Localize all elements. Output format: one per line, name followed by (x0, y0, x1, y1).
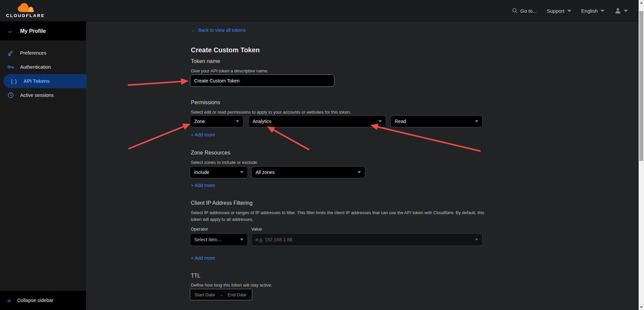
scrollbar-thumb[interactable] (639, 11, 643, 161)
collapse-label: Collapse sidebar (17, 298, 53, 303)
sidebar: ← My Profile Preferences Authenti (0, 21, 87, 310)
sidebar-title: My Profile (20, 28, 46, 34)
collapse-chevrons-icon: « (7, 297, 11, 304)
sidebar-item-preferences[interactable]: Preferences (0, 46, 86, 60)
cloudflare-logo[interactable]: CLOUDFLARE (5, 2, 46, 19)
zone-target-select[interactable]: All zones (251, 166, 365, 178)
chevron-down-icon (567, 10, 571, 12)
annotation-arrow-token-name (128, 81, 182, 85)
pencil-icon (7, 50, 15, 56)
client-ip-description: Select IP addresses or ranges of IP addr… (191, 209, 486, 223)
zone-resources-add-more-link[interactable]: + Add more (191, 183, 215, 188)
collapse-sidebar-button[interactable]: « Collapse sidebar (0, 290, 86, 310)
sidebar-item-label: API Tokens (23, 78, 50, 84)
sidebar-item-label: Preferences (20, 50, 46, 56)
permission-level-select[interactable]: Read (390, 115, 483, 127)
operator-label: Operator (191, 227, 208, 232)
ttl-date-range-picker[interactable]: Start Date → End Date (190, 289, 252, 300)
scrollbar-down-button[interactable] (639, 304, 644, 310)
token-name-description: Give your API token a descriptive name. (191, 68, 268, 74)
chevron-down-icon (358, 171, 361, 173)
zone-target-value: All zones (256, 170, 275, 175)
page-title: Create Custom Token (191, 46, 260, 54)
ttl-heading: TTL (191, 273, 200, 279)
key-icon (7, 65, 15, 69)
permissions-description: Select edit or read permissions to apply… (191, 109, 351, 116)
support-menu[interactable]: Support (547, 8, 571, 14)
value-label: Value (251, 227, 262, 232)
permissions-heading: Permissions (191, 100, 220, 106)
clock-icon (7, 92, 15, 98)
ip-value-combobox[interactable]: e.g. 192.168.1.88 (251, 233, 483, 246)
start-date-placeholder: Start Date (195, 292, 215, 297)
account-menu[interactable] (614, 7, 628, 14)
client-ip-heading: Client IP Address Filtering (191, 200, 253, 206)
page-scrollbar[interactable] (639, 0, 644, 310)
chevron-down-icon (475, 120, 478, 122)
permissions-add-more-link[interactable]: + Add more (191, 132, 215, 137)
cloudflare-cloud-icon (17, 3, 34, 13)
back-arrow-icon: ← (191, 27, 196, 33)
support-label: Support (547, 8, 565, 14)
chevron-down-icon (236, 120, 239, 122)
token-name-input[interactable] (190, 74, 334, 87)
zone-resources-heading: Zone Resources (191, 150, 230, 156)
chevron-down-icon (240, 171, 244, 173)
annotation-arrow-zone-select (128, 126, 184, 149)
goto-search[interactable]: Go to... (512, 8, 537, 14)
permission-level-value: Read (395, 119, 406, 124)
annotation-arrow-analytics-select (273, 130, 309, 150)
ip-operator-placeholder: Select item... (194, 237, 221, 242)
brand-wordmark: CLOUDFLARE (5, 13, 46, 18)
back-to-tokens-link[interactable]: ← Back to view all tokens (191, 27, 246, 33)
sidebar-item-api-tokens[interactable]: { } API Tokens (3, 74, 86, 88)
scrollbar-up-button[interactable] (639, 0, 644, 6)
ip-operator-select[interactable]: Select item... (190, 233, 248, 246)
sidebar-profile-header: ← My Profile (0, 21, 86, 41)
back-arrow-icon[interactable]: ← (7, 27, 14, 35)
annotation-arrow-read-select (377, 127, 481, 151)
permission-scope-select[interactable]: Zone (190, 115, 244, 127)
user-icon (614, 7, 621, 14)
chevron-down-icon (600, 10, 604, 12)
search-icon (512, 8, 518, 13)
braces-icon: { } (10, 78, 18, 84)
chevron-down-icon (475, 239, 478, 241)
goto-label: Go to... (520, 8, 537, 14)
ttl-description: Define how long this token will stay act… (191, 282, 272, 289)
end-date-placeholder: End Date (227, 292, 246, 297)
chevron-down-icon (624, 10, 628, 12)
ip-value-placeholder: e.g. 192.168.1.88 (256, 237, 292, 242)
zone-include-value: Include (194, 170, 209, 175)
sidebar-item-label: Active sessions (20, 92, 54, 98)
sidebar-item-authentication[interactable]: Authentication (0, 60, 86, 74)
annotation-arrows-overlay (0, 0, 644, 310)
zone-resources-description: Select zones to include or exclude. (191, 159, 258, 166)
date-range-arrow-icon: → (219, 292, 224, 297)
language-menu[interactable]: English (581, 8, 604, 14)
top-header: CLOUDFLARE Go to... Support English (0, 0, 644, 21)
sidebar-item-active-sessions[interactable]: Active sessions (0, 88, 86, 102)
permission-scope-value: Zone (194, 119, 205, 124)
back-link-label: Back to view all tokens (198, 27, 246, 33)
client-ip-add-more-link[interactable]: + Add more (191, 255, 215, 261)
sidebar-item-label: Authentication (20, 64, 51, 70)
chevron-down-icon (240, 239, 244, 241)
chevron-down-icon (378, 120, 382, 122)
language-label: English (581, 8, 598, 14)
permission-group-value: Analytics (253, 119, 271, 124)
permission-group-select[interactable]: Analytics (248, 115, 386, 127)
token-name-heading: Token name (191, 58, 220, 64)
zone-include-select[interactable]: Include (190, 166, 248, 178)
